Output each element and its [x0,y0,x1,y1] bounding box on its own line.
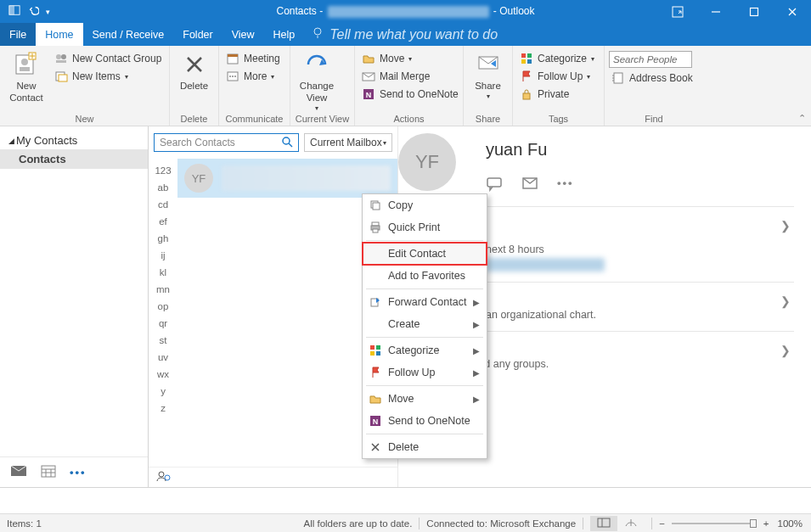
zoom-level[interactable]: 100% [769,518,811,529]
email-icon[interactable] [521,176,538,194]
tab-view[interactable]: View [222,23,264,46]
ctx-quick-print[interactable]: Quick Print [363,216,487,238]
contact-name-heading: yuan Fu [486,140,794,160]
minimize-button[interactable] [696,0,735,23]
bulb-icon [311,26,324,43]
alpha-st[interactable]: st [149,332,177,349]
new-items-button[interactable]: New Items ▾ [52,69,164,84]
svg-rect-29 [527,53,532,58]
search-people-input[interactable]: Search People [609,51,692,68]
tab-folder[interactable]: Folder [173,23,222,46]
delete-button[interactable]: Delete [174,48,214,92]
svg-rect-33 [614,73,622,83]
zoom-slider[interactable] [672,523,757,524]
svg-rect-19 [228,54,238,57]
alpha-ef[interactable]: ef [149,213,177,230]
move-button[interactable]: Move ▾ [359,51,461,66]
contact-list-item[interactable]: YF [177,159,397,198]
alpha-ab[interactable]: ab [149,179,177,196]
more-button[interactable]: More ▾ [223,69,283,84]
tab-file[interactable]: File [0,23,36,46]
new-contact-group-button[interactable]: New Contact Group [52,51,164,66]
send-to-onenote-button[interactable]: NSend to OneNote [359,87,461,102]
search-contacts-input[interactable]: Search Contacts [154,133,299,152]
alpha-qr[interactable]: qr [149,315,177,332]
svg-rect-53 [373,229,378,232]
zoom-in-icon[interactable]: + [763,518,769,529]
folder-pane: ◢My Contacts Contacts ••• [0,126,149,487]
ctx-copy[interactable]: Copy [363,194,487,216]
alpha-kl[interactable]: kl [149,264,177,281]
ribbon-display-options[interactable] [658,0,696,23]
folder-icon [368,391,383,406]
qat-customize-icon[interactable]: ▾ [46,8,50,16]
private-button[interactable]: Private [517,87,597,102]
search-icon [281,136,293,150]
alphabet-index[interactable]: 123abcdefghijklmnopqrstuvwxyz [149,155,177,467]
new-contact-label: New Contact [9,81,43,104]
people-pane-icon[interactable] [155,469,171,486]
tell-me-search[interactable]: Tell me what you want to do [311,23,498,46]
categorize-button[interactable]: Categorize ▾ [517,51,597,66]
new-contact-button[interactable]: New Contact [4,48,48,104]
alpha-z[interactable]: z [149,400,177,417]
alpha-cd[interactable]: cd [149,196,177,213]
svg-point-14 [61,54,66,59]
alpha-gh[interactable]: gh [149,230,177,247]
alpha-op[interactable]: op [149,298,177,315]
alpha-mn[interactable]: mn [149,281,177,298]
change-view-button[interactable]: Change View ▾ [295,48,339,112]
svg-point-45 [159,472,164,477]
ctx-follow-up[interactable]: Follow Up▶ [363,361,487,384]
ctx-create[interactable]: Create▶ [363,313,487,335]
view-normal-icon[interactable] [590,516,617,531]
ribbon-tabs: File Home Send / Receive Folder View Hel… [0,23,811,46]
status-items: Items: 1 [0,518,42,529]
group-label-new: New [4,112,165,126]
alpha-uv[interactable]: uv [149,349,177,366]
categorize-icon [368,343,383,358]
app-icon [8,4,20,19]
ribbon: New Contact New Contact Group New Items … [0,46,811,126]
close-button[interactable] [773,0,811,23]
alpha-123[interactable]: 123 [149,162,177,179]
view-reading-icon[interactable] [617,516,645,531]
svg-rect-50 [373,203,380,210]
ctx-edit-contact[interactable]: Edit Contact [363,243,487,265]
tab-send-receive[interactable]: Send / Receive [83,23,174,46]
more-views-icon[interactable]: ••• [70,466,87,479]
more-actions-icon[interactable]: ••• [557,176,574,194]
svg-rect-1 [9,6,14,15]
status-folders: All folders are up to date. [303,518,412,529]
collapse-ribbon-button[interactable]: ⌃ [798,113,806,124]
undo-icon[interactable] [27,4,39,19]
mail-view-icon[interactable] [10,464,27,480]
ctx-categorize[interactable]: Categorize▶ [363,339,487,361]
maximize-button[interactable] [735,0,773,23]
ctx-forward-contact[interactable]: Forward Contact▶ [363,291,487,313]
ctx-move[interactable]: Move▶ [363,388,487,410]
follow-up-button[interactable]: Follow Up ▾ [517,69,597,84]
search-scope-dropdown[interactable]: Current Mailbox▾ [304,133,392,152]
alpha-ij[interactable]: ij [149,247,177,264]
svg-rect-55 [370,345,375,350]
mail-merge-button[interactable]: Mail Merge [359,69,461,84]
address-book-button[interactable]: Address Book [609,70,696,86]
meeting-button[interactable]: Meeting [223,51,283,66]
chat-icon[interactable] [486,176,503,194]
group-label-delete: Delete [174,112,214,126]
alpha-wx[interactable]: wx [149,366,177,383]
ctx-add-to-favorites[interactable]: Add to Favorites [363,265,487,287]
alpha-y[interactable]: y [149,383,177,400]
zoom-out-icon[interactable]: − [659,518,665,529]
nav-header-my-contacts[interactable]: ◢My Contacts [0,132,148,149]
status-bar: Items: 1 All folders are up to date. Con… [0,513,811,532]
nav-item-contacts[interactable]: Contacts [0,149,148,169]
ctx-send-to-onenote[interactable]: NSend to OneNote [363,410,487,432]
share-button[interactable]: Share▾ [468,48,508,100]
ctx-delete[interactable]: Delete [363,436,487,458]
tab-home[interactable]: Home [36,23,82,46]
calendar-view-icon[interactable] [41,464,56,480]
svg-rect-47 [487,178,501,187]
tab-help[interactable]: Help [264,23,305,46]
